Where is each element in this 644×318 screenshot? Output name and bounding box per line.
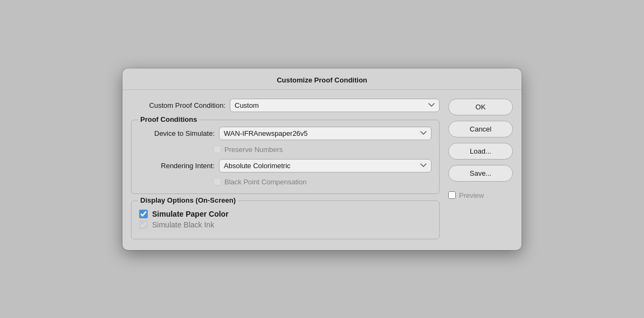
display-options-legend: Display Options (On-Screen) — [138, 196, 238, 204]
bpc-checkbox[interactable] — [214, 178, 221, 185]
dialog-right-panel: OK Cancel Load... Save... Preview — [448, 99, 513, 239]
bpc-row: Black Point Compensation — [214, 178, 431, 186]
proof-conditions-box: Proof Conditions Device to Simulate: WAN… — [131, 120, 440, 194]
simulate-black-label: Simulate Black Ink — [152, 220, 214, 229]
simulate-paper-label[interactable]: Simulate Paper Color — [152, 210, 229, 218]
load-button[interactable]: Load... — [448, 143, 513, 160]
custom-proof-label: Custom Proof Condition: — [131, 101, 225, 109]
preview-checkbox[interactable] — [448, 191, 456, 199]
ok-button[interactable]: OK — [448, 99, 513, 115]
save-button[interactable]: Save... — [448, 165, 513, 182]
simulate-black-row: Simulate Black Ink — [139, 220, 431, 229]
custom-proof-select[interactable]: CustomDefaultNewspaperCoated Paper — [230, 99, 440, 112]
display-options-box: Display Options (On-Screen) Simulate Pap… — [131, 201, 440, 239]
rendering-intent-row: Rendering Intent: Absolute ColorimetricR… — [139, 159, 431, 172]
preserve-numbers-label: Preserve Numbers — [224, 146, 283, 154]
custom-proof-row: Custom Proof Condition: CustomDefaultNew… — [131, 99, 440, 112]
dialog-body: Custom Proof Condition: CustomDefaultNew… — [122, 99, 522, 239]
device-simulate-select[interactable]: WAN-IFRAnewspaper26v5sRGBAdobe RGBCustom — [219, 127, 431, 140]
bpc-label: Black Point Compensation — [224, 178, 306, 186]
device-control: WAN-IFRAnewspaper26v5sRGBAdobe RGBCustom — [219, 127, 431, 140]
rendering-intent-label: Rendering Intent: — [139, 162, 215, 170]
simulate-black-checkbox[interactable] — [139, 220, 148, 229]
preview-row: Preview — [448, 191, 513, 199]
customize-proof-dialog: Customize Proof Condition Custom Proof C… — [122, 68, 522, 250]
simulate-paper-row: Simulate Paper Color — [139, 210, 431, 218]
device-simulate-row: Device to Simulate: WAN-IFRAnewspaper26v… — [139, 127, 431, 140]
preserve-numbers-row: Preserve Numbers — [214, 146, 431, 154]
preserve-numbers-checkbox[interactable] — [214, 146, 221, 153]
device-label: Device to Simulate: — [139, 129, 215, 137]
preview-label[interactable]: Preview — [459, 191, 484, 199]
dialog-left-panel: Custom Proof Condition: CustomDefaultNew… — [131, 99, 440, 239]
simulate-paper-checkbox[interactable] — [139, 210, 148, 218]
proof-conditions-legend: Proof Conditions — [138, 115, 199, 123]
dialog-title: Customize Proof Condition — [122, 68, 522, 90]
rendering-intent-select[interactable]: Absolute ColorimetricRelative Colorimetr… — [219, 159, 431, 172]
custom-proof-control: CustomDefaultNewspaperCoated Paper — [230, 99, 440, 112]
rendering-intent-control: Absolute ColorimetricRelative Colorimetr… — [219, 159, 431, 172]
cancel-button[interactable]: Cancel — [448, 121, 513, 137]
